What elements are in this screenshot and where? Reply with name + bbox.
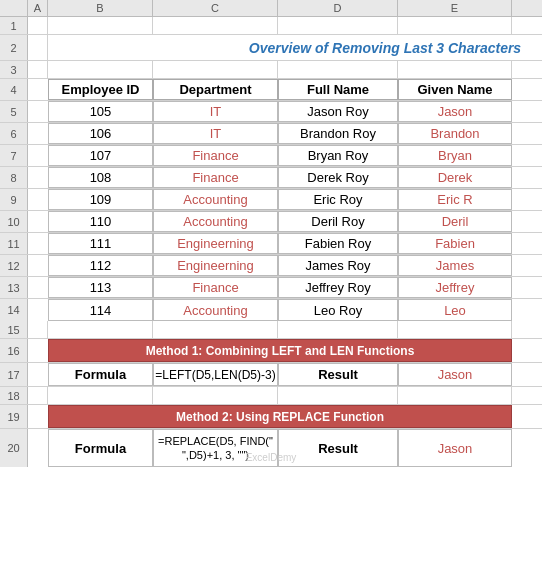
method2-title: Method 2: Using REPLACE Function	[176, 410, 384, 424]
cell-fullname-12: James Roy	[278, 255, 398, 276]
row-num-2: 2	[0, 35, 28, 60]
cell-empid-10: 110	[48, 211, 153, 232]
cell-givenname-14: Leo	[398, 299, 512, 321]
cell-b3	[48, 61, 153, 78]
row-num-16: 16	[0, 339, 28, 362]
cell-fullname-8: Derek Roy	[278, 167, 398, 188]
table-row-14: 14 114 Accounting Leo Roy Leo	[0, 299, 542, 321]
cell-a14	[28, 299, 48, 321]
cell-a3	[28, 61, 48, 78]
cell-empid-8: 108	[48, 167, 153, 188]
cell-givenname-5: Jason	[398, 101, 512, 122]
header-given-name: Given Name	[398, 79, 512, 100]
cell-a5	[28, 101, 48, 122]
header-department: Department	[153, 79, 278, 100]
cell-dept-13: Finance	[153, 277, 278, 298]
watermark: ExcelDemy	[0, 452, 542, 463]
row-num-19: 19	[0, 405, 28, 428]
cell-a9	[28, 189, 48, 210]
cell-dept-5: IT	[153, 101, 278, 122]
cell-a18	[28, 387, 48, 404]
row-18: 18	[0, 387, 542, 405]
cell-b18	[48, 387, 153, 404]
cell-a6	[28, 123, 48, 144]
cell-c3	[153, 61, 278, 78]
cell-dept-7: Finance	[153, 145, 278, 166]
cell-fullname-7: Bryan Roy	[278, 145, 398, 166]
cell-e15	[398, 321, 512, 338]
row-3: 3	[0, 61, 542, 79]
header-employee-id: Employee ID	[48, 79, 153, 100]
row-num-15: 15	[0, 321, 28, 338]
cell-empid-11: 111	[48, 233, 153, 254]
cell-a7	[28, 145, 48, 166]
col-header-b: B	[48, 0, 153, 16]
cell-a11	[28, 233, 48, 254]
method1-header: Method 1: Combining LEFT and LEN Functio…	[48, 339, 512, 362]
cell-d1	[278, 17, 398, 34]
method1-title: Method 1: Combining LEFT and LEN Functio…	[146, 344, 415, 358]
corner-cell	[0, 0, 28, 16]
cell-a10	[28, 211, 48, 232]
row-num-17: 17	[0, 363, 28, 386]
table-row-6: 6 106 IT Brandon Roy Brandon	[0, 123, 542, 145]
spreadsheet: A B C D E 1 2 Overview of Removing Last …	[0, 0, 542, 467]
cell-a19	[28, 405, 48, 428]
row-17: 17 Formula =LEFT(D5,LEN(D5)-3) Result Ja…	[0, 363, 542, 387]
cell-fullname-11: Fabien Roy	[278, 233, 398, 254]
sheet-body: 1 2 Overview of Removing Last 3 Characte…	[0, 17, 542, 467]
cell-dept-14: Accounting	[153, 299, 278, 321]
table-row-11: 11 111 Engineerning Fabien Roy Fabien	[0, 233, 542, 255]
cell-c18	[153, 387, 278, 404]
cell-d15	[278, 321, 398, 338]
col-header-a: A	[28, 0, 48, 16]
method2-header: Method 2: Using REPLACE Function	[48, 405, 512, 428]
cell-fullname-13: Jeffrey Roy	[278, 277, 398, 298]
row-19: 19 Method 2: Using REPLACE Function	[0, 405, 542, 429]
cell-givenname-13: Jeffrey	[398, 277, 512, 298]
cell-a12	[28, 255, 48, 276]
row-num-9: 9	[0, 189, 28, 210]
col-header-c: C	[153, 0, 278, 16]
cell-fullname-10: Deril Roy	[278, 211, 398, 232]
cell-d18	[278, 387, 398, 404]
row-16: 16 Method 1: Combining LEFT and LEN Func…	[0, 339, 542, 363]
table-row-13: 13 113 Finance Jeffrey Roy Jeffrey	[0, 277, 542, 299]
method1-result-value: Jason	[398, 363, 512, 386]
table-row-12: 12 112 Engineerning James Roy James	[0, 255, 542, 277]
cell-a15	[28, 321, 48, 338]
cell-givenname-8: Derek	[398, 167, 512, 188]
row-num-7: 7	[0, 145, 28, 166]
cell-fullname-6: Brandon Roy	[278, 123, 398, 144]
column-headers: A B C D E	[0, 0, 542, 17]
cell-b1	[48, 17, 153, 34]
cell-c15	[153, 321, 278, 338]
row-num-13: 13	[0, 277, 28, 298]
cell-empid-12: 112	[48, 255, 153, 276]
cell-fullname-5: Jason Roy	[278, 101, 398, 122]
table-data-container: 5 105 IT Jason Roy Jason 6 106 IT Brando…	[0, 101, 542, 321]
cell-e18	[398, 387, 512, 404]
cell-d3	[278, 61, 398, 78]
cell-dept-6: IT	[153, 123, 278, 144]
row-num-8: 8	[0, 167, 28, 188]
row-num-4: 4	[0, 79, 28, 100]
method1-formula-label: Formula	[48, 363, 153, 386]
cell-empid-13: 113	[48, 277, 153, 298]
cell-dept-10: Accounting	[153, 211, 278, 232]
cell-a17	[28, 363, 48, 386]
cell-fullname-9: Eric Roy	[278, 189, 398, 210]
cell-givenname-7: Bryan	[398, 145, 512, 166]
cell-empid-9: 109	[48, 189, 153, 210]
table-row-9: 9 109 Accounting Eric Roy Eric R	[0, 189, 542, 211]
table-row-5: 5 105 IT Jason Roy Jason	[0, 101, 542, 123]
cell-empid-7: 107	[48, 145, 153, 166]
cell-dept-12: Engineerning	[153, 255, 278, 276]
spreadsheet-title: Overview of Removing Last 3 Characters	[153, 35, 542, 60]
cell-givenname-11: Fabien	[398, 233, 512, 254]
cell-givenname-9: Eric R	[398, 189, 512, 210]
cell-empid-5: 105	[48, 101, 153, 122]
cell-a1	[28, 17, 48, 34]
row-num-3: 3	[0, 61, 28, 78]
cell-empid-14: 114	[48, 299, 153, 321]
